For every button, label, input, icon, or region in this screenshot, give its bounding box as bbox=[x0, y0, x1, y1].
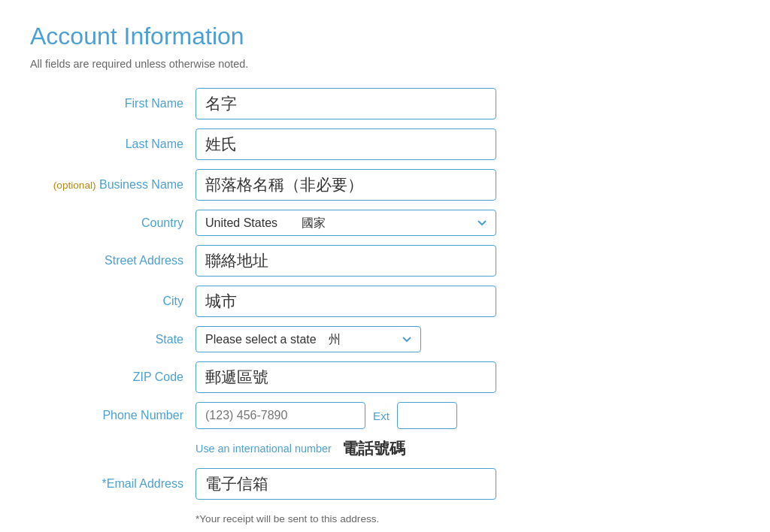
email-label: *Email Address bbox=[30, 477, 196, 491]
state-select[interactable]: Please select a state 州 Alabama Alaska A… bbox=[196, 326, 421, 352]
city-row: City bbox=[30, 286, 677, 317]
phone-input[interactable] bbox=[196, 402, 365, 429]
state-label: State bbox=[30, 333, 196, 346]
country-row: Country United States 國家 Canada United K… bbox=[30, 210, 677, 236]
street-address-label: Street Address bbox=[30, 254, 196, 268]
international-link[interactable]: Use an international number bbox=[196, 443, 332, 455]
zip-code-row: ZIP Code bbox=[30, 361, 677, 393]
international-chinese-text: 電話號碼 bbox=[342, 438, 405, 459]
ext-label: Ext bbox=[373, 410, 390, 422]
phone-number-label: Phone Number bbox=[30, 409, 196, 422]
city-label: City bbox=[30, 295, 196, 308]
first-name-input[interactable] bbox=[196, 88, 496, 119]
first-name-row: First Name bbox=[30, 88, 677, 119]
international-row: Use an international number 電話號碼 bbox=[30, 438, 677, 459]
country-select[interactable]: United States 國家 Canada United Kingdom A… bbox=[196, 210, 496, 236]
account-form: First Name Last Name (optional) Business… bbox=[30, 88, 677, 524]
zip-code-input[interactable] bbox=[196, 361, 496, 393]
phone-inputs: Ext bbox=[196, 402, 457, 429]
last-name-row: Last Name bbox=[30, 128, 677, 160]
business-name-label-text: Business Name bbox=[99, 178, 183, 191]
city-input[interactable] bbox=[196, 286, 496, 317]
email-input[interactable] bbox=[196, 468, 496, 500]
optional-tag: (optional) bbox=[53, 180, 96, 191]
street-address-row: Street Address bbox=[30, 245, 677, 277]
business-name-row: (optional) Business Name bbox=[30, 169, 677, 201]
business-name-label: (optional) Business Name bbox=[30, 178, 196, 192]
ext-input[interactable] bbox=[397, 402, 457, 429]
zip-code-label: ZIP Code bbox=[30, 370, 196, 384]
last-name-label: Last Name bbox=[30, 138, 196, 151]
country-label: Country bbox=[30, 216, 196, 230]
phone-number-row: Phone Number Ext bbox=[30, 402, 677, 429]
business-name-input[interactable] bbox=[196, 169, 496, 201]
last-name-input[interactable] bbox=[196, 128, 496, 160]
page-title: Account Information bbox=[30, 23, 740, 50]
state-row: State Please select a state 州 Alabama Al… bbox=[30, 326, 677, 352]
receipt-note-row: *Your receipt will be sent to this addre… bbox=[30, 509, 677, 524]
international-wrapper: Use an international number 電話號碼 bbox=[196, 438, 405, 459]
street-address-input[interactable] bbox=[196, 245, 496, 277]
email-row: *Email Address bbox=[30, 468, 677, 500]
receipt-note: *Your receipt will be sent to this addre… bbox=[196, 513, 379, 524]
form-subtitle: All fields are required unless otherwise… bbox=[30, 58, 740, 70]
first-name-label: First Name bbox=[30, 97, 196, 110]
